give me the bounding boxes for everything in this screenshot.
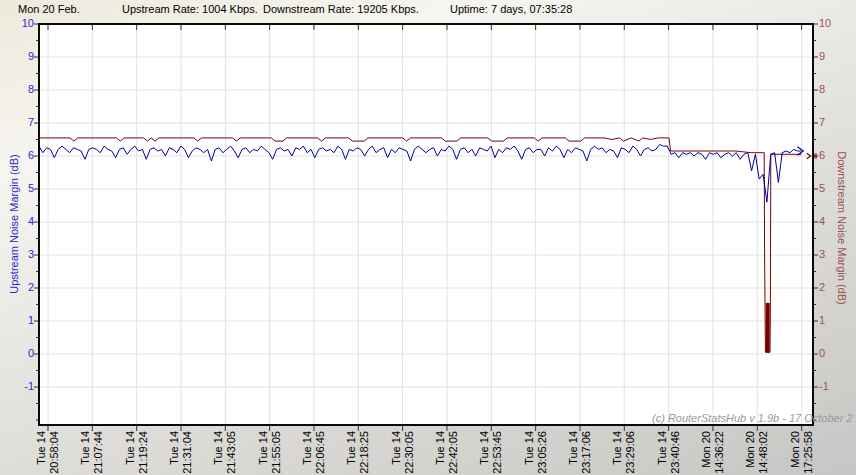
y-tick-label-right: 4 — [819, 215, 843, 228]
y-tick-label-right: 3 — [819, 248, 843, 261]
x-tick-day: Tue 14 — [35, 431, 48, 475]
y-tick-label-left: 7 — [10, 116, 34, 129]
x-tick-time: 22:53:45 — [491, 431, 504, 475]
x-tick-day: Tue 14 — [390, 431, 403, 475]
x-tick-label: Tue 1422:18:25 — [345, 431, 371, 475]
y-tick-label-left: 8 — [10, 83, 34, 96]
x-tick-day: Tue 14 — [656, 431, 669, 475]
x-tick-time: 22:18:25 — [358, 431, 371, 475]
x-tick-time: 22:06:45 — [314, 431, 327, 475]
y-tick-label-right: 2 — [819, 281, 843, 294]
y-tick-label-left: 4 — [10, 215, 34, 228]
x-tick-label: Tue 1423:40:46 — [656, 431, 682, 475]
x-tick-time: 23:29:06 — [624, 431, 637, 475]
x-tick-label: Mon 2014:48:02 — [744, 431, 770, 475]
y-tick-label-left: 3 — [10, 248, 34, 261]
x-tick-time: 21:07:44 — [92, 431, 105, 475]
x-tick-time: 21:55:05 — [270, 431, 283, 475]
x-tick-day: Tue 14 — [478, 431, 491, 475]
x-tick-label: Tue 1421:31:04 — [168, 431, 194, 475]
x-tick-label: Tue 1421:19:24 — [124, 431, 150, 475]
y-tick-label-left: 10 — [10, 17, 34, 30]
y-tick-label-left: 9 — [10, 50, 34, 63]
x-tick-day: Tue 14 — [257, 431, 270, 475]
y-tick-label-left: 2 — [10, 281, 34, 294]
x-tick-day: Tue 14 — [212, 431, 225, 475]
x-tick-label: Tue 1421:07:44 — [79, 431, 105, 475]
x-tick-time: 21:31:04 — [181, 431, 194, 475]
y-tick-label-right: 7 — [819, 116, 843, 129]
x-tick-label: Mon 2014:36:22 — [700, 431, 726, 475]
x-tick-label: Tue 1422:53:45 — [478, 431, 504, 475]
x-tick-time: 23:17:06 — [580, 431, 593, 475]
x-tick-time: 21:19:24 — [137, 431, 150, 475]
x-tick-time: 23:40:46 — [669, 431, 682, 475]
x-tick-day: Tue 14 — [168, 431, 181, 475]
y-tick-label-left: 6 — [10, 149, 34, 162]
y-tick-label-right: 9 — [819, 50, 843, 63]
x-tick-time: 22:30:05 — [403, 431, 416, 475]
x-tick-day: Tue 14 — [301, 431, 314, 475]
x-tick-day: Tue 14 — [79, 431, 92, 475]
y-tick-label-right: 5 — [819, 182, 843, 195]
x-tick-label: Tue 1423:17:06 — [567, 431, 593, 475]
y-tick-label-left: 0 — [10, 347, 34, 360]
x-tick-label: Tue 1423:29:06 — [611, 431, 637, 475]
x-tick-label: Tue 1422:42:05 — [434, 431, 460, 475]
x-tick-time: 21:43:05 — [225, 431, 238, 475]
x-tick-day: Mon 20 — [789, 431, 802, 475]
x-tick-time: 23:05:26 — [536, 431, 549, 475]
y-tick-label-right: 1 — [819, 314, 843, 327]
x-tick-time: 14:48:02 — [757, 431, 770, 475]
x-tick-label: Tue 1423:05:26 — [523, 431, 549, 475]
x-tick-day: Tue 14 — [523, 431, 536, 475]
x-tick-label: Tue 1422:06:45 — [301, 431, 327, 475]
x-tick-label: Tue 1421:43:05 — [212, 431, 238, 475]
x-tick-time: 17:25:58 — [802, 431, 815, 475]
y-tick-label-right: 10 — [819, 17, 843, 30]
x-tick-label: Mon 2017:25:58 — [789, 431, 815, 475]
x-tick-time: 22:42:05 — [447, 431, 460, 475]
x-tick-time: 20:58:04 — [48, 431, 61, 475]
y-tick-label-right: 6 — [819, 149, 843, 162]
y-tick-label-right: 0 — [819, 347, 843, 360]
y-tick-label-left: 1 — [10, 314, 34, 327]
x-tick-day: Tue 14 — [124, 431, 137, 475]
x-tick-day: Mon 20 — [700, 431, 713, 475]
y-tick-label-left: 5 — [10, 182, 34, 195]
x-tick-day: Tue 14 — [434, 431, 447, 475]
x-tick-day: Mon 20 — [744, 431, 757, 475]
x-tick-day: Tue 14 — [567, 431, 580, 475]
y-tick-label-right: -1 — [819, 380, 843, 393]
chart-canvas — [0, 0, 856, 475]
x-tick-time: 14:36:22 — [713, 431, 726, 475]
x-tick-day: Tue 14 — [611, 431, 624, 475]
x-tick-label: Tue 1421:55:05 — [257, 431, 283, 475]
y-tick-label-left: -1 — [10, 380, 34, 393]
y-tick-label-right: 8 — [819, 83, 843, 96]
x-tick-label: Tue 1420:58:04 — [35, 431, 61, 475]
x-tick-day: Tue 14 — [345, 431, 358, 475]
x-tick-label: Tue 1422:30:05 — [390, 431, 416, 475]
watermark: (c) RouterStatsHub v 1.9b - 17 October 2 — [652, 412, 853, 424]
